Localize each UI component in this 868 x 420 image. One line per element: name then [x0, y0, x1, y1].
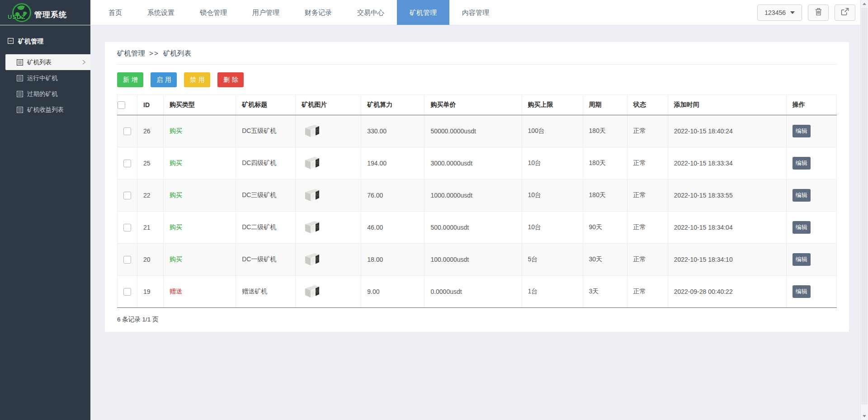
- cell-select: [118, 147, 137, 179]
- edit-button[interactable]: 编辑: [793, 221, 811, 234]
- column-header: 周期: [583, 95, 627, 115]
- list-icon: [17, 91, 23, 97]
- edit-button[interactable]: 编辑: [793, 125, 811, 137]
- trash-icon: [815, 8, 822, 17]
- table-row: 21购买DC二级矿机46.00500.0000usdt10台90天正常2022-…: [118, 212, 837, 244]
- logo-usdz-text: USDZ: [8, 14, 25, 20]
- row-checkbox[interactable]: [123, 256, 131, 264]
- edit-button[interactable]: 编辑: [793, 157, 811, 170]
- column-header: 矿机算力: [361, 95, 425, 115]
- column-header: 矿机图片: [296, 95, 361, 115]
- row-checkbox[interactable]: [123, 288, 131, 296]
- cell-select: [118, 276, 137, 308]
- column-header: 购买上限: [522, 95, 583, 115]
- cell-added-time: 2022-10-15 18:34:10: [668, 244, 786, 276]
- scroll-up-icon[interactable]: [861, 0, 868, 8]
- sidebar-item-running-miners[interactable]: 运行中矿机: [0, 70, 90, 86]
- scrollbar-thumb[interactable]: [861, 8, 868, 405]
- disable-button[interactable]: 禁用: [184, 72, 210, 87]
- sidebar-menu: 矿机列表运行中矿机过期的矿机矿机收益列表: [0, 54, 90, 118]
- cell-status: 正常: [627, 179, 668, 212]
- cell-price: 50000.0000usdt: [425, 115, 522, 147]
- trash-button[interactable]: [808, 5, 829, 21]
- cell-limit: 10台: [522, 179, 583, 212]
- nav-tab-finance-records[interactable]: 财务记录: [292, 0, 344, 25]
- cell-title: DC四级矿机: [236, 147, 296, 179]
- cell-limit: 5台: [522, 244, 583, 276]
- edit-button[interactable]: 编辑: [793, 189, 811, 202]
- buy-type-label: 赠送: [170, 288, 182, 295]
- select-all-checkbox[interactable]: [118, 101, 125, 109]
- sidebar-item-miner-income-list[interactable]: 矿机收益列表: [0, 102, 90, 118]
- nav-tab-trade-center[interactable]: 交易中心: [344, 0, 397, 25]
- nav-tab-miner-management[interactable]: 矿机管理: [397, 0, 449, 25]
- nav-tab-content-management[interactable]: 内容管理: [449, 0, 502, 25]
- miner-table: ID购买类型矿机标题矿机图片矿机算力购买单价购买上限周期状态添加时间操作 26购…: [117, 94, 837, 308]
- miner-image: [302, 155, 322, 171]
- cell-action: 编辑: [786, 147, 836, 179]
- cell-buy-type: 购买: [164, 244, 236, 276]
- edit-button[interactable]: 编辑: [793, 285, 811, 298]
- nav-tab-lock-management[interactable]: 锁仓管理: [187, 0, 240, 25]
- cell-image: [296, 212, 361, 244]
- app-title: 管理系统: [34, 9, 67, 20]
- column-header: ID: [137, 95, 164, 115]
- caret-down-icon: [790, 11, 795, 14]
- sidebar-section-header[interactable]: 矿机管理: [0, 25, 90, 54]
- cell-added-time: 2022-10-15 18:34:04: [668, 212, 786, 244]
- nav-tab-home[interactable]: 首页: [96, 0, 135, 25]
- sidebar-item-label: 矿机列表: [27, 58, 52, 66]
- miner-image: [302, 283, 322, 299]
- sidebar-item-miner-list[interactable]: 矿机列表: [5, 54, 90, 70]
- topbar-right: 123456: [757, 0, 868, 25]
- collapse-icon: [8, 38, 14, 45]
- cell-image: [296, 276, 361, 308]
- add-button[interactable]: 新增: [117, 72, 143, 87]
- user-menu-button[interactable]: 123456: [757, 5, 802, 21]
- row-checkbox[interactable]: [123, 127, 131, 135]
- delete-button[interactable]: 删除: [217, 72, 244, 87]
- enable-button[interactable]: 启用: [151, 72, 177, 87]
- cell-period: 3天: [583, 276, 627, 308]
- sidebar-item-label: 过期的矿机: [27, 90, 58, 98]
- cell-action: 编辑: [786, 179, 836, 212]
- vertical-scrollbar[interactable]: [860, 0, 868, 420]
- cell-select: [118, 115, 137, 147]
- cell-added-time: 2022-09-28 00:40:22: [668, 276, 786, 308]
- cell-title: DC三级矿机: [236, 179, 296, 212]
- sidebar-item-expired-miners[interactable]: 过期的矿机: [0, 86, 90, 102]
- cell-title: DC二级矿机: [236, 212, 296, 244]
- cell-buy-type: 购买: [164, 179, 236, 212]
- cell-image: [296, 244, 361, 276]
- nav-tab-system-settings[interactable]: 系统设置: [135, 0, 187, 25]
- edit-button[interactable]: 编辑: [793, 253, 811, 266]
- cell-action: 编辑: [786, 212, 836, 244]
- main-content: 矿机管理>>矿机列表 新增启用禁用删除 ID购买类型矿机标题矿机图片矿机算力购买…: [90, 25, 860, 420]
- table-row: 19赠送赠送矿机9.000.0000usdt1台3天正常2022-09-28 0…: [118, 276, 837, 308]
- table-row: 20购买DC一级矿机18.00100.0000usdt5台30天正常2022-1…: [118, 244, 837, 276]
- cell-title: DC一级矿机: [236, 244, 296, 276]
- topbar: USDZ 管理系统 首页系统设置锁仓管理用户管理财务记录交易中心矿机管理内容管理…: [0, 0, 868, 25]
- table-header-row: ID购买类型矿机标题矿机图片矿机算力购买单价购买上限周期状态添加时间操作: [118, 95, 837, 115]
- list-icon: [17, 59, 23, 66]
- nav-tab-user-management[interactable]: 用户管理: [240, 0, 292, 25]
- cell-limit: 1台: [522, 276, 583, 308]
- cell-buy-type: 购买: [164, 212, 236, 244]
- cell-hashrate: 330.00: [361, 115, 425, 147]
- row-checkbox[interactable]: [123, 160, 131, 167]
- table-body: 26购买DC五级矿机330.0050000.0000usdt100台180天正常…: [118, 115, 837, 308]
- cell-limit: 10台: [522, 147, 583, 179]
- row-checkbox[interactable]: [123, 224, 131, 231]
- miner-image: [302, 123, 322, 139]
- cell-hashrate: 18.00: [361, 244, 425, 276]
- scroll-down-icon[interactable]: [861, 412, 868, 420]
- chevron-right-icon: [82, 60, 85, 65]
- row-checkbox[interactable]: [123, 192, 131, 199]
- cell-period: 90天: [583, 212, 627, 244]
- export-button[interactable]: [835, 5, 855, 21]
- cell-period: 180天: [583, 179, 627, 212]
- table-row: 26购买DC五级矿机330.0050000.0000usdt100台180天正常…: [118, 115, 837, 147]
- column-header: 购买类型: [164, 95, 236, 115]
- logo-globe: USDZ: [11, 2, 33, 24]
- cell-price: 1000.0000usdt: [425, 179, 522, 212]
